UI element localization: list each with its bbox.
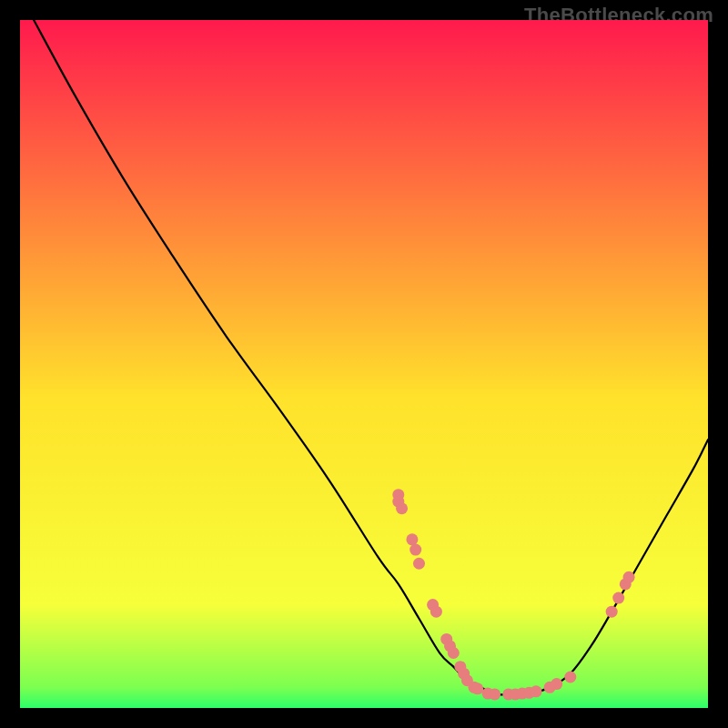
data-marker [410,544,421,556]
plot-area [20,20,708,708]
data-marker [489,688,500,700]
data-marker [430,606,442,618]
data-marker [471,682,483,694]
data-marker [406,533,418,545]
data-marker [413,558,425,570]
data-marker [551,678,562,690]
gradient-background [20,20,708,708]
data-marker [396,502,408,514]
data-marker [564,671,576,682]
data-marker [612,592,624,604]
bottleneck-chart-svg [20,20,708,708]
chart-frame: TheBottleneck.com [0,0,728,728]
data-marker [623,571,635,583]
data-marker [448,647,460,659]
data-marker [531,685,542,697]
data-marker [606,606,618,618]
